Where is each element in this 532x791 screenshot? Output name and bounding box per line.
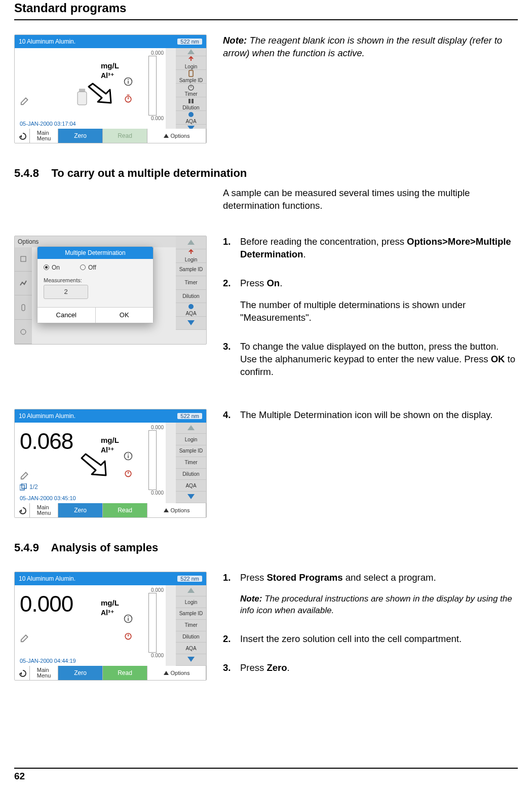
- radio-on[interactable]: On: [44, 264, 60, 271]
- multiple-determination-icon: [20, 483, 28, 491]
- edit-icon: [20, 95, 31, 106]
- svg-marker-45: [164, 671, 169, 675]
- svg-marker-22: [187, 240, 195, 245]
- sample-id-button[interactable]: Sample ID: [176, 608, 206, 620]
- side-panel: Login Sample ID Timer Dilution AQA: [176, 48, 206, 129]
- login-button[interactable]: Login: [176, 434, 206, 445]
- back-button[interactable]: [15, 129, 30, 143]
- svg-rect-39: [128, 616, 129, 617]
- scroll-down-icon[interactable]: [176, 492, 206, 503]
- edit-icon: [20, 632, 31, 643]
- units-label: mg/L: [101, 598, 119, 607]
- scroll-up-icon[interactable]: [176, 236, 206, 249]
- step-549-1: 1. Press Stored Programs and select a pr…: [223, 572, 518, 626]
- step-549-2: 2. Insert the zero solution cell into th…: [223, 633, 518, 655]
- dilution-button[interactable]: Dilution: [176, 631, 206, 643]
- program-title: 10 Aluminum Alumin.: [19, 575, 75, 582]
- login-button[interactable]: Login: [176, 596, 206, 608]
- options-button[interactable]: Options: [147, 503, 206, 517]
- element-label: Al³⁺: [101, 71, 114, 80]
- svg-marker-33: [187, 494, 195, 499]
- scroll-up-icon[interactable]: [176, 48, 206, 56]
- scroll-up-icon[interactable]: [176, 423, 206, 434]
- screenshot-multiple-determination-icon: 10 Aluminum Alumin. 522 nm 0.068 mg/L Al…: [14, 409, 207, 518]
- note-reagent-blank: Note: The reagent blank icon is shown in…: [223, 34, 518, 60]
- scale-bottom: 0.000: [140, 653, 165, 658]
- measurements-label: Measurements:: [44, 277, 147, 283]
- options-button[interactable]: Options: [147, 666, 206, 680]
- modal-ok-button[interactable]: OK: [96, 308, 154, 323]
- units-label: mg/L: [101, 61, 119, 70]
- stopwatch-icon: [123, 468, 133, 478]
- aqa-button[interactable]: AQA: [176, 111, 206, 125]
- sample-id-button[interactable]: Sample ID: [176, 70, 206, 84]
- scroll-down-icon[interactable]: [176, 654, 206, 666]
- main-menu-button[interactable]: Main Menu: [30, 503, 58, 517]
- read-button[interactable]: Read: [103, 129, 147, 143]
- read-button[interactable]: Read: [103, 503, 147, 517]
- aqa-button[interactable]: AQA: [176, 480, 206, 492]
- scroll-up-icon[interactable]: [176, 585, 206, 597]
- dilution-button[interactable]: Dilution: [176, 290, 206, 303]
- step-548-1: 1. Before reading the concentration, pre…: [223, 236, 518, 270]
- reading-value: 0.068: [20, 429, 73, 454]
- svg-rect-38: [128, 618, 129, 621]
- dilution-button[interactable]: Dilution: [176, 97, 206, 111]
- stopwatch-icon: [123, 631, 133, 641]
- login-button[interactable]: Login: [176, 56, 206, 70]
- svg-marker-32: [187, 425, 195, 430]
- multiple-determination-modal: Multiple Determination On Off Measuremen…: [37, 246, 154, 323]
- scale-bar: [148, 56, 157, 116]
- opt-strip-icon[interactable]: [15, 272, 32, 296]
- svg-rect-12: [188, 99, 191, 103]
- back-button[interactable]: [15, 666, 30, 680]
- timer-button[interactable]: Timer: [176, 84, 206, 97]
- wavelength-pill: 522 nm: [177, 576, 202, 582]
- opt-strip-icon[interactable]: [15, 320, 32, 344]
- svg-rect-28: [128, 455, 129, 458]
- radio-off[interactable]: Off: [80, 264, 96, 271]
- info-icon: [123, 77, 133, 87]
- svg-marker-43: [187, 657, 195, 662]
- read-button[interactable]: Read: [103, 666, 147, 680]
- aqa-button[interactable]: AQA: [176, 643, 206, 654]
- units-label: mg/L: [101, 436, 119, 444]
- zero-button[interactable]: Zero: [58, 503, 103, 517]
- timestamp: 05-JAN-2000 04:44:19: [20, 658, 76, 664]
- scale-bar: [148, 430, 157, 490]
- measurements-value-button[interactable]: 2: [44, 285, 88, 299]
- opt-strip-icon[interactable]: [15, 295, 32, 320]
- back-button[interactable]: [15, 503, 30, 517]
- main-menu-button[interactable]: Main Menu: [30, 129, 58, 143]
- rule-top: [14, 19, 518, 20]
- login-button[interactable]: Login: [176, 249, 206, 263]
- stopwatch-icon: [123, 94, 133, 104]
- timer-button[interactable]: Timer: [176, 276, 206, 289]
- element-label: Al³⁺: [101, 446, 114, 454]
- svg-point-14: [188, 112, 194, 117]
- options-button[interactable]: Options: [147, 129, 206, 143]
- modal-cancel-button[interactable]: Cancel: [37, 308, 96, 323]
- dilution-button[interactable]: Dilution: [176, 469, 206, 480]
- screenshot-multiple-determination-dialog: Options Login Sample ID Timer Dilution A…: [14, 236, 207, 345]
- screenshot-result-blank-icon: 10 Aluminum Alumin. 522 nm mg/L Al³⁺ 0.0…: [14, 34, 207, 143]
- info-icon: [123, 451, 133, 461]
- scroll-down-icon[interactable]: [176, 317, 206, 330]
- zero-button[interactable]: Zero: [58, 129, 103, 143]
- svg-rect-3: [128, 81, 129, 84]
- timer-button[interactable]: Timer: [176, 457, 206, 469]
- opt-strip-icon[interactable]: [15, 247, 32, 272]
- svg-marker-24: [187, 320, 195, 325]
- multiple-determination-badge: 1/2: [20, 483, 38, 491]
- scale-bar: [148, 593, 157, 653]
- timer-button[interactable]: Timer: [176, 620, 206, 631]
- running-head: Standard programs: [14, 0, 518, 15]
- program-title: 10 Aluminum Alumin.: [19, 412, 75, 420]
- scale-bottom: 0.000: [140, 116, 165, 121]
- sample-id-button[interactable]: Sample ID: [176, 263, 206, 276]
- sample-id-button[interactable]: Sample ID: [176, 445, 206, 457]
- main-menu-button[interactable]: Main Menu: [30, 666, 58, 680]
- zero-button[interactable]: Zero: [58, 666, 103, 680]
- aqa-button[interactable]: AQA: [176, 303, 206, 317]
- svg-marker-17: [164, 134, 169, 138]
